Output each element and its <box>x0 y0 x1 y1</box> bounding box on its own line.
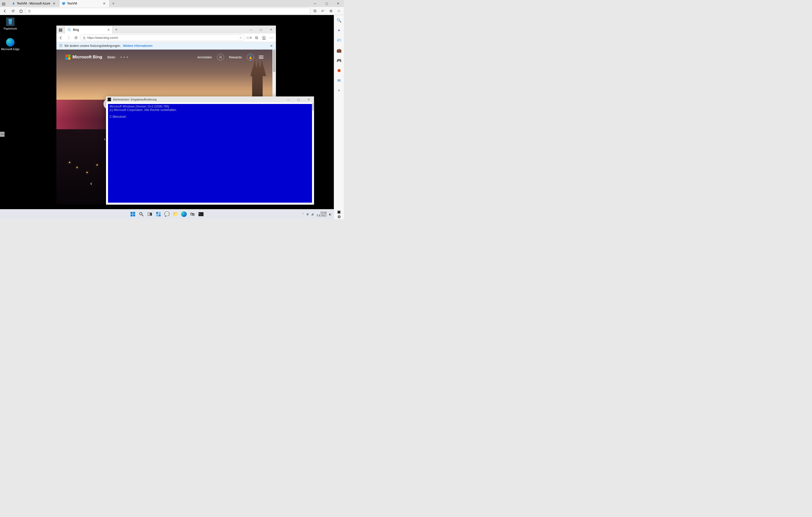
tab-title: TestVM <box>67 2 77 5</box>
cmd-output[interactable]: Microsoft Windows [Version 10.0.22000.79… <box>106 102 314 205</box>
close-button[interactable]: ✕ <box>266 26 276 34</box>
explorer-icon[interactable]: 📁 <box>172 211 179 217</box>
outer-address-bar[interactable] <box>26 8 310 14</box>
menu-icon[interactable]: ⋯ <box>268 34 275 41</box>
games-icon[interactable]: 🎮 <box>336 58 342 63</box>
diamond-icon[interactable]: ✦ <box>336 28 342 33</box>
nav-more-icon[interactable]: • • • <box>120 55 128 59</box>
outlook-icon[interactable]: ✉ <box>336 78 342 83</box>
lock-icon <box>28 9 31 12</box>
taskview-icon[interactable] <box>147 211 153 217</box>
bing-header: Microsoft Bing Bilder • • • Anmelden Rew… <box>56 54 272 61</box>
read-aloud-icon[interactable]: Aᴬ <box>319 7 326 14</box>
carousel-prev-icon[interactable]: ‹ <box>90 180 92 187</box>
maximize-button[interactable]: ▢ <box>256 26 266 34</box>
minimize-button[interactable]: — <box>246 26 256 34</box>
tab-actions-icon[interactable]: ▤ <box>56 26 65 34</box>
search-icon[interactable]: 🔍 <box>336 18 342 23</box>
scrollbar-thumb[interactable] <box>273 50 276 72</box>
svg-rect-16 <box>133 212 135 214</box>
signin-link[interactable]: Anmelden <box>197 55 212 59</box>
nav-images[interactable]: Bilder <box>107 55 116 59</box>
svg-point-4 <box>68 29 70 31</box>
tab-actions-icon[interactable]: ▤ <box>0 0 7 7</box>
hamburger-icon[interactable] <box>259 56 263 59</box>
profile-icon[interactable] <box>260 34 267 41</box>
desktop-icon-recycle-bin[interactable]: Papierkorb <box>1 18 20 30</box>
collections-icon[interactable]: ⧉ <box>311 7 318 14</box>
terminal-icon[interactable]: >_ <box>198 211 204 217</box>
infobar-link[interactable]: Weitere Informationen <box>123 44 152 48</box>
panel-icon[interactable]: ▣ <box>337 209 341 214</box>
close-icon[interactable]: ✕ <box>107 28 110 32</box>
add-icon[interactable]: + <box>336 88 342 93</box>
close-icon[interactable]: ✕ <box>102 1 107 5</box>
svg-rect-1 <box>62 2 65 4</box>
terms-infobar: ⓘ Wir ändern unsere Nutzungsbedingungen.… <box>56 42 276 50</box>
search-icon[interactable] <box>138 211 145 217</box>
edge-icon[interactable] <box>181 211 187 217</box>
volume-icon[interactable]: 🔊 <box>311 213 314 216</box>
svg-line-5 <box>70 30 71 31</box>
svg-point-19 <box>140 212 142 215</box>
maximize-button[interactable]: ▢ <box>294 98 302 101</box>
remote-taskbar: 💬 📁 🛍 >_ ˄ 🖥 🔊 23:06 5.8.2022 ◐ <box>0 209 334 219</box>
new-tab-button[interactable]: + <box>110 0 117 7</box>
cmd-line: C:\Benutzer\ <box>110 115 126 119</box>
inner-edge-titlebar[interactable]: ▤ Bing ✕ + — ▢ ✕ <box>56 26 276 34</box>
time-text: 23:06 <box>317 211 326 214</box>
settings-icon[interactable]: ⚙ <box>337 214 341 219</box>
close-icon[interactable]: ✕ <box>52 1 57 5</box>
tag-icon[interactable]: 🏷 <box>336 37 342 43</box>
vm-icon <box>62 2 65 5</box>
minimize-button[interactable]: — <box>309 0 321 7</box>
shopping-icon[interactable]: 💼 <box>336 48 342 53</box>
outer-tab-azure[interactable]: TestVM - Microsoft Azure ✕ <box>9 0 59 7</box>
favorites-icon[interactable]: ☆≡ <box>245 34 252 41</box>
date-text: 5.8.2022 <box>317 214 326 217</box>
minimize-button[interactable]: — <box>285 98 292 101</box>
maximize-button[interactable]: ▢ <box>321 0 332 7</box>
cmd-icon: C:\ <box>108 98 111 101</box>
close-button[interactable]: ✕ <box>304 98 313 101</box>
store-icon[interactable]: 🛍 <box>189 211 196 217</box>
back-button[interactable] <box>1 7 8 14</box>
home-button[interactable] <box>18 7 25 14</box>
chat-icon[interactable]: 💬 <box>164 211 170 217</box>
logo-text: Microsoft Bing <box>72 55 102 60</box>
close-button[interactable]: ✕ <box>332 0 344 7</box>
start-icon[interactable] <box>129 211 136 217</box>
avatar-icon[interactable] <box>217 54 224 61</box>
scrollbar-thumb[interactable] <box>313 103 314 111</box>
new-tab-button[interactable]: + <box>113 26 120 34</box>
svg-rect-25 <box>156 214 158 216</box>
cmd-titlebar[interactable]: C:\ Administrator: Eingabeaufforderung —… <box>106 96 314 102</box>
network-icon[interactable]: 🖥 <box>306 213 309 216</box>
clock[interactable]: 23:06 5.8.2022 <box>317 211 326 217</box>
edge-icon <box>6 38 14 47</box>
close-icon[interactable]: ✕ <box>270 44 273 48</box>
zoom-icon[interactable]: ⊕ <box>327 7 334 14</box>
desktop-icon-label: Microsoft Edge <box>1 48 20 51</box>
widgets-icon[interactable] <box>155 211 162 217</box>
session-toolbar-expander[interactable]: >> <box>0 132 4 137</box>
refresh-button[interactable] <box>9 7 17 14</box>
inner-address-bar[interactable]: https://www.bing.com/# ☆ <box>80 35 245 41</box>
desktop-icon-edge[interactable]: Microsoft Edge <box>1 38 20 51</box>
collections-icon[interactable]: ⧉ <box>253 34 260 41</box>
inner-tab-bing[interactable]: Bing ✕ <box>65 26 113 34</box>
recycle-bin-icon <box>6 18 14 26</box>
rewards-link[interactable]: Rewards <box>229 55 242 59</box>
refresh-button[interactable] <box>72 34 80 41</box>
back-button[interactable] <box>57 34 64 41</box>
outer-tab-testvm[interactable]: TestVM ✕ <box>59 0 110 7</box>
cmd-line: (c) Microsoft Corporation. Alle Rechte v… <box>110 108 177 112</box>
favorites-icon[interactable]: ☆ <box>335 7 342 14</box>
rewards-icon[interactable]: 🏅 <box>247 54 254 61</box>
focus-icon[interactable]: ◐ <box>329 213 331 216</box>
tray-chevron-icon[interactable]: ˄ <box>302 213 304 216</box>
add-favorite-icon[interactable]: ☆ <box>239 36 242 39</box>
office-icon[interactable]: ⬢ <box>336 68 342 73</box>
bing-logo[interactable]: Microsoft Bing <box>65 55 102 60</box>
chevron-left-icon[interactable]: ‹ <box>104 136 106 142</box>
